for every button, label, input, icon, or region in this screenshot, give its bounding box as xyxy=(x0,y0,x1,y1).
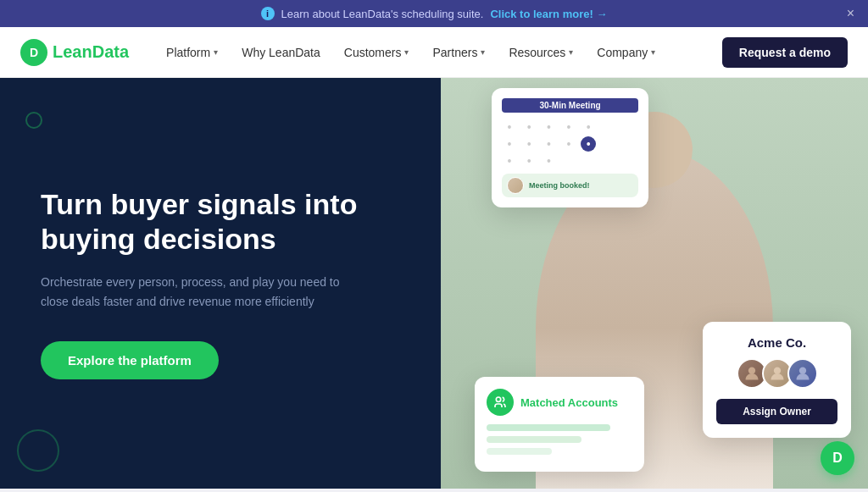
decoration-circle-large xyxy=(17,429,59,472)
chevron-down-icon: ▾ xyxy=(651,47,655,57)
banner-link[interactable]: Click to learn more! → xyxy=(490,8,607,20)
matched-accounts-title: Matched Accounts xyxy=(520,396,618,409)
nav-item-resources[interactable]: Resources ▾ xyxy=(498,39,583,66)
cal-day xyxy=(542,119,557,135)
navbar: D LeanData Platform ▾ Why LeanData Custo… xyxy=(0,27,868,78)
matched-accounts-icon xyxy=(487,389,514,416)
assign-owner-button[interactable]: Assign Owner xyxy=(716,399,837,424)
chevron-down-icon: ▾ xyxy=(214,47,218,57)
cal-day xyxy=(620,119,636,135)
decoration-circle-small xyxy=(25,112,42,129)
meeting-card: 30-Min Meeting xyxy=(492,88,648,207)
acme-avatars xyxy=(716,358,837,389)
svg-point-0 xyxy=(496,397,500,401)
meeting-booked-notification: Meeting booked! xyxy=(502,174,638,197)
meeting-card-title: 30-Min Meeting xyxy=(502,98,638,113)
cal-day-selected xyxy=(581,136,596,152)
cal-day xyxy=(502,136,517,152)
hero-section: Turn buyer signals into buying decisions… xyxy=(0,78,868,489)
cal-day xyxy=(600,136,615,152)
avatar xyxy=(787,358,818,389)
nav-item-whyleanddata[interactable]: Why LeanData xyxy=(231,39,331,66)
nav-item-customers[interactable]: Customers ▾ xyxy=(334,39,420,66)
chevron-down-icon: ▾ xyxy=(569,47,573,57)
matched-bar-3 xyxy=(487,448,552,455)
nav-item-company[interactable]: Company ▾ xyxy=(587,39,665,66)
cal-day xyxy=(581,119,596,135)
svg-point-1 xyxy=(748,368,754,374)
cal-day xyxy=(502,153,517,169)
info-icon: i xyxy=(261,7,275,20)
cal-day xyxy=(620,153,636,169)
leandatabadge: D xyxy=(821,441,854,475)
cal-day xyxy=(581,153,596,169)
avatar xyxy=(507,177,524,194)
nav-item-platform[interactable]: Platform ▾ xyxy=(156,39,228,66)
svg-point-3 xyxy=(798,368,805,374)
cal-day xyxy=(521,119,537,135)
matched-bar-2 xyxy=(487,436,581,443)
close-icon[interactable]: × xyxy=(847,6,854,21)
cal-day xyxy=(502,119,517,135)
logo[interactable]: D LeanData xyxy=(20,39,129,66)
matched-accounts-card: Matched Accounts xyxy=(475,377,644,472)
cal-day xyxy=(600,119,615,135)
hero-subtitle: Orchestrate every person, process, and p… xyxy=(41,273,346,311)
cal-day xyxy=(521,153,537,169)
matched-header: Matched Accounts xyxy=(487,389,632,416)
cal-day xyxy=(561,119,576,135)
acme-company-name: Acme Co. xyxy=(716,335,837,350)
logo-text: LeanData xyxy=(53,42,129,62)
banner-text: Learn about LeanData's scheduling suite. xyxy=(281,8,484,20)
cal-day xyxy=(542,153,557,169)
cal-day xyxy=(561,153,576,169)
cal-day xyxy=(561,136,576,152)
logo-icon: D xyxy=(20,39,47,66)
acme-card: Acme Co. Assign Owner xyxy=(703,322,851,438)
hero-left-panel: Turn buyer signals into buying decisions… xyxy=(0,78,441,489)
nav-items: Platform ▾ Why LeanData Customers ▾ Part… xyxy=(156,39,715,66)
cal-day xyxy=(521,136,537,152)
chevron-down-icon: ▾ xyxy=(404,47,409,57)
explore-platform-button[interactable]: Explore the platform xyxy=(41,341,219,379)
hero-right-panel: 30-Min Meeting xyxy=(441,78,868,489)
cal-day xyxy=(620,136,636,152)
cal-day xyxy=(600,153,615,169)
cal-day xyxy=(542,136,557,152)
meeting-booked-text: Meeting booked! xyxy=(529,181,590,190)
nav-item-partners[interactable]: Partners ▾ xyxy=(422,39,495,66)
calendar-grid xyxy=(502,119,638,169)
announcement-banner: i Learn about LeanData's scheduling suit… xyxy=(0,0,868,27)
request-demo-button[interactable]: Request a demo xyxy=(722,37,848,68)
chevron-down-icon: ▾ xyxy=(481,47,485,57)
hero-title: Turn buyer signals into buying decisions xyxy=(41,187,400,257)
svg-point-2 xyxy=(773,368,780,374)
matched-bar-1 xyxy=(487,424,610,431)
